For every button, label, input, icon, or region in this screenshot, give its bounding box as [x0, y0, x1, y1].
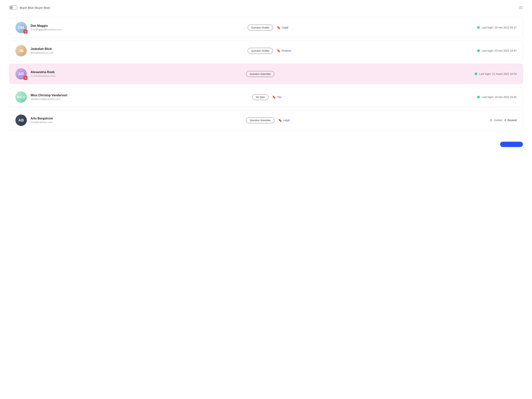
menu-line-1: [519, 6, 523, 7]
avatar-miss-christop-vandervort: MCV: [15, 91, 27, 103]
resend-label-arlo-bergstrom: Resend: [507, 119, 517, 122]
avatar-badge-dan-maggio: ♛: [23, 29, 28, 34]
user-card-dan-maggio: DM♛Dan MaggioD.M.Maggio@business.comQues…: [9, 18, 523, 38]
user-email-miss-christop-vandervort: Vandervort@business.com: [31, 98, 248, 101]
status-section-dan-maggio: Last login: 19 mei 2022 09:17: [303, 26, 517, 29]
invited-label-arlo-bergstrom: Invited: [494, 119, 502, 122]
menu-line-2: [519, 7, 523, 8]
bookmark-icon: 🔖: [278, 119, 282, 122]
user-info-arlo-bergstrom: Arlo BergstromArlo@business.com: [31, 117, 242, 124]
header: Buyer Blue (Buyer Blue): [0, 0, 532, 14]
user-name-dan-maggio: Dan Maggio: [31, 24, 244, 27]
menu-icon[interactable]: [519, 6, 523, 9]
last-login-jedediah-blick: Last login: 03 mei 2022 14:47: [482, 49, 517, 52]
status-section-jedediah-blick: Last login: 03 mei 2022 14:47: [303, 49, 517, 52]
avatar-wrapper-dan-maggio: DM♛: [15, 22, 27, 33]
add-button[interactable]: [500, 142, 523, 147]
user-email-alexandria-roob: A.roob@business.com: [31, 75, 242, 77]
group-name-jedediah-blick: Finance: [282, 49, 291, 52]
footer-area: [0, 138, 532, 151]
user-name-alexandria-roob: Alexandria Roob: [31, 70, 242, 74]
group-name-miss-christop-vandervort: Tax: [277, 95, 281, 99]
avatar-jedediah-blick: JB: [15, 45, 27, 57]
avatar-wrapper-miss-christop-vandervort: MCV: [15, 91, 27, 103]
group-tag-arlo-bergstrom[interactable]: 🔖Legal: [278, 119, 301, 122]
user-info-jedediah-blick: Jedediah BlickBlick@business.com: [31, 47, 244, 54]
user-card-jedediah-blick: JBJedediah BlickBlick@business.comQuesti…: [9, 41, 523, 61]
bookmark-icon: 🔖: [277, 26, 280, 29]
avatar-wrapper-alexandria-roob: AR♛: [15, 68, 27, 80]
status-dot-miss-christop-vandervort: [477, 96, 480, 98]
status-section-miss-christop-vandervort: Last login: 19 mei 2022 16:45: [299, 95, 517, 99]
user-info-miss-christop-vandervort: Miss Christop VandervortVandervort@busin…: [31, 94, 248, 101]
role-badge-alexandria-roob[interactable]: Question Submitter: [246, 71, 274, 77]
role-badge-miss-christop-vandervort[interactable]: No Q&A: [252, 94, 269, 100]
status-dot-jedediah-blick: [477, 49, 480, 52]
user-card-miss-christop-vandervort: MCVMiss Christop VandervortVandervort@bu…: [9, 87, 523, 107]
user-name-jedediah-blick: Jedediah Blick: [31, 47, 244, 51]
avatar-badge-alexandria-roob: ♛: [23, 76, 28, 80]
user-email-dan-maggio: D.M.Maggio@business.com: [31, 28, 244, 31]
status-section-alexandria-roob: Last login: 21 maart 2022 16:03: [305, 72, 517, 75]
user-info-dan-maggio: Dan MaggioD.M.Maggio@business.com: [31, 24, 244, 31]
role-badge-arlo-bergstrom[interactable]: Question Submitter: [246, 117, 274, 123]
avatar-wrapper-arlo-bergstrom: AB: [15, 114, 27, 126]
role-badge-jedediah-blick[interactable]: Question Drafter: [248, 48, 273, 54]
group-name-dan-maggio: Legal: [282, 26, 288, 29]
header-title: Buyer Blue (Buyer Blue): [20, 6, 50, 9]
bookmark-icon: 🔖: [272, 95, 276, 99]
avatar-wrapper-jedediah-blick: JB: [15, 45, 27, 57]
status-dot-alexandria-roob: [475, 73, 477, 75]
last-login-dan-maggio: Last login: 19 mei 2022 09:17: [482, 26, 517, 29]
toggle-switch[interactable]: [9, 5, 18, 10]
user-info-alexandria-roob: Alexandria RoobA.roob@business.com: [31, 70, 242, 77]
avatar-arlo-bergstrom: AB: [15, 114, 27, 126]
menu-line-3: [519, 9, 523, 9]
user-card-alexandria-roob: AR♛Alexandria RoobA.roob@business.comQue…: [9, 64, 523, 84]
group-tag-dan-maggio[interactable]: 🔖Legal: [277, 26, 299, 29]
role-badge-dan-maggio[interactable]: Question Drafter: [248, 25, 273, 31]
user-email-jedediah-blick: Blick@business.com: [31, 51, 244, 54]
user-name-miss-christop-vandervort: Miss Christop Vandervort: [31, 94, 248, 97]
header-left: Buyer Blue (Buyer Blue): [9, 5, 50, 10]
group-tag-jedediah-blick[interactable]: 🔖Finance: [277, 49, 299, 53]
user-email-arlo-bergstrom: Arlo@business.com: [31, 121, 242, 124]
user-name-arlo-bergstrom: Arlo Bergstrom: [31, 117, 242, 120]
last-login-miss-christop-vandervort: Last login: 19 mei 2022 16:45: [482, 95, 517, 99]
group-tag-miss-christop-vandervort[interactable]: 🔖Tax: [272, 95, 295, 99]
last-login-alexandria-roob: Last login: 21 maart 2022 16:03: [479, 72, 517, 75]
toggle-knob: [10, 6, 13, 9]
status-dot-dan-maggio: [477, 26, 480, 29]
bookmark-icon: 🔖: [277, 49, 280, 53]
status-dot-arlo-bergstrom: [490, 119, 492, 121]
resend-icon: ↺: [504, 119, 506, 122]
user-list: DM♛Dan MaggioD.M.Maggio@business.comQues…: [0, 14, 532, 138]
group-name-arlo-bergstrom: Legal: [283, 119, 290, 122]
resend-button-arlo-bergstrom[interactable]: ↺Resend: [504, 119, 517, 122]
status-section-arlo-bergstrom: Invited↺Resend: [305, 119, 517, 122]
user-card-arlo-bergstrom: ABArlo BergstromArlo@business.comQuestio…: [9, 110, 523, 130]
